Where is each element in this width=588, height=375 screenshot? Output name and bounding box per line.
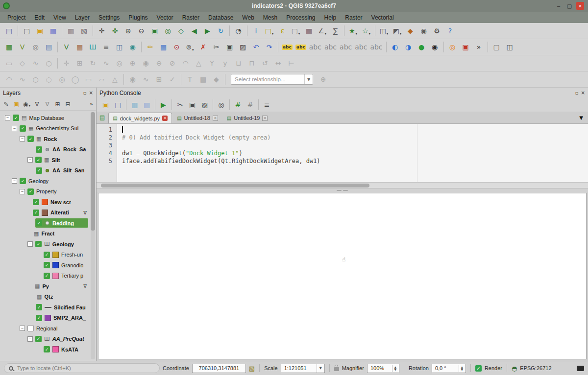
- temporal-controller-button[interactable]: ◔: [232, 25, 245, 37]
- visibility-checkbox[interactable]: ✓: [44, 262, 50, 268]
- visibility-checkbox[interactable]: ✓: [36, 220, 42, 226]
- show-map-tips-button[interactable]: ◉: [417, 25, 430, 37]
- add-point-feature-button[interactable]: ⊙: [171, 41, 183, 53]
- expander-icon[interactable]: −: [12, 178, 17, 184]
- overflow-chevron-icon[interactable]: »: [90, 101, 95, 107]
- expand-all-button[interactable]: ⊞: [52, 99, 63, 109]
- redo-button[interactable]: ↷: [263, 41, 275, 53]
- maximize-button[interactable]: ▢: [565, 2, 573, 10]
- visibility-checkbox[interactable]: ✓: [33, 210, 39, 216]
- new-spatialite-layer-button[interactable]: ◎: [29, 41, 42, 53]
- visibility-checkbox[interactable]: ✓: [35, 336, 42, 342]
- layer-row-ksata[interactable]: ✓KsATA: [0, 344, 96, 355]
- layer-row-aa-silt-san[interactable]: ✓AA_Silt_San: [0, 165, 96, 176]
- toggle-editing-button[interactable]: ✏: [144, 41, 156, 53]
- layer-row-geochemistry-sul[interactable]: −✓▦Geochemistry Sul: [0, 123, 96, 134]
- zoom-out-button[interactable]: ⊖: [135, 25, 147, 37]
- add-mesh-layer-button[interactable]: Ш: [87, 41, 99, 53]
- panel-splitter[interactable]: [97, 188, 588, 192]
- new-project-button[interactable]: ▢: [21, 25, 33, 37]
- minimize-button[interactable]: –: [555, 2, 563, 10]
- cut-button[interactable]: ✂: [174, 99, 186, 111]
- layer-row-alterati[interactable]: ✓Alterati∇: [0, 208, 96, 218]
- layer-row-silcified-fau[interactable]: ✓Silcified Fau: [0, 302, 96, 313]
- rotation-spinner[interactable]: 0,0 ° ▲▼: [432, 364, 466, 373]
- layer-row-aa-prequat[interactable]: −✓ШAA_PreQuat: [0, 334, 96, 345]
- visibility-checkbox[interactable]: ✓: [33, 199, 39, 205]
- processing-history-button[interactable]: ▢: [490, 41, 503, 53]
- expander-icon[interactable]: −: [27, 336, 33, 342]
- add-delimited-text-layer-button[interactable]: ≡: [100, 41, 112, 53]
- add-group-button[interactable]: ▣: [11, 99, 22, 109]
- menu-web[interactable]: Web: [238, 13, 258, 23]
- menu-mesh[interactable]: Mesh: [259, 13, 282, 23]
- add-raster-layer-button[interactable]: ▦: [74, 41, 86, 53]
- menu-vector[interactable]: Vector: [152, 13, 178, 23]
- layer-row-regional[interactable]: −Regional: [0, 323, 96, 334]
- layer-row-geology[interactable]: −✓ШGeology: [0, 239, 96, 250]
- measure-button[interactable]: ∠▾: [316, 25, 328, 37]
- visibility-checkbox[interactable]: ✓: [44, 346, 50, 352]
- menu-processing[interactable]: Processing: [282, 13, 319, 23]
- spinner-arrows-icon[interactable]: ▲▼: [392, 365, 398, 372]
- visibility-checkbox[interactable]: ✓: [13, 115, 19, 121]
- expander-icon[interactable]: −: [20, 326, 25, 331]
- layer-row-tertiary-p[interactable]: ✓Tertiary p: [0, 271, 96, 281]
- menu-edit[interactable]: Edit: [30, 13, 49, 23]
- magnifier-spinner[interactable]: 100% ▲▼: [367, 364, 399, 373]
- expander-icon[interactable]: −: [27, 241, 33, 247]
- zoom-full-button[interactable]: ▣: [148, 25, 161, 37]
- comment-code-button[interactable]: #: [232, 99, 244, 111]
- coordinate-input[interactable]: 706310,3147881: [192, 364, 246, 373]
- open-layer-styling-panel-button[interactable]: ✎: [1, 99, 11, 109]
- new-geopackage-layer-button[interactable]: ▦: [3, 41, 15, 53]
- code-editor[interactable]: 12345 # 0) Add tabified Dock Widget (emp…: [97, 124, 588, 182]
- new-virtual-layer-button[interactable]: ▤: [43, 41, 55, 53]
- layer-row-fresh-un[interactable]: ✓Fresh-un: [0, 250, 96, 260]
- relationship-select[interactable]: Select relationship... ▼: [231, 74, 313, 85]
- filter-legend-by-expression-button[interactable]: ∇: [42, 99, 52, 109]
- show-map-view-button[interactable]: ◫: [504, 41, 516, 53]
- editor-horizontal-scrollbar[interactable]: [97, 182, 588, 188]
- python-file-icon[interactable]: ▤: [99, 114, 105, 121]
- pin-unpin-labels-button[interactable]: abc: [308, 41, 322, 53]
- visibility-checkbox[interactable]: ✓: [27, 188, 34, 195]
- coordinate-extent-icon[interactable]: ▧: [249, 365, 255, 372]
- open-script-button[interactable]: ▣: [100, 99, 111, 111]
- zoom-last-button[interactable]: ◀: [188, 25, 200, 37]
- tab-list-dropdown-icon[interactable]: ▼: [579, 115, 586, 120]
- layer-row-map-database[interactable]: −✓▤Map Database: [0, 113, 96, 123]
- close-button[interactable]: ×: [576, 2, 584, 10]
- manage-map-themes-button[interactable]: ◉▾: [22, 99, 32, 109]
- select-features-button[interactable]: ▢▾: [263, 25, 275, 37]
- new-print-layout-button[interactable]: ▥: [65, 25, 77, 37]
- refresh-map-button[interactable]: ↻: [215, 25, 227, 37]
- layer-row-py[interactable]: ▦Py∇: [0, 281, 96, 292]
- close-panel-icon[interactable]: ×: [89, 91, 93, 95]
- zoom-in-button[interactable]: ⊕: [122, 25, 134, 37]
- new-3d-map-view-button[interactable]: ◩▾: [391, 25, 403, 37]
- find-text-button[interactable]: ◎: [216, 99, 227, 111]
- expander-icon[interactable]: −: [5, 115, 10, 120]
- select-by-expression-button[interactable]: ε: [276, 25, 289, 37]
- close-panel-icon[interactable]: ×: [581, 91, 585, 95]
- expander-icon[interactable]: −: [12, 126, 17, 131]
- layer-row-geology[interactable]: −✓Geology: [0, 176, 96, 187]
- show-layout-manager-button[interactable]: ▧: [78, 25, 90, 37]
- copy-button[interactable]: ▣: [187, 99, 198, 111]
- menu-raster[interactable]: Raster: [178, 13, 204, 23]
- paste-button[interactable]: ▨: [199, 99, 210, 111]
- lock-scale-icon[interactable]: [334, 367, 339, 371]
- float-panel-icon[interactable]: ▫: [575, 91, 579, 95]
- new-spatial-bookmark-button[interactable]: ★▾: [347, 25, 359, 37]
- map-canvas[interactable]: ☝: [98, 193, 587, 359]
- layer-row-property[interactable]: −✓Property: [0, 187, 96, 197]
- render-checkbox[interactable]: ✓: [475, 365, 482, 372]
- change-label-properties-button[interactable]: abc: [369, 41, 383, 53]
- menu-project[interactable]: Project: [3, 13, 30, 23]
- float-panel-icon[interactable]: ▫: [83, 91, 87, 95]
- undo-button[interactable]: ↶: [250, 41, 262, 53]
- expander-icon[interactable]: −: [27, 157, 33, 163]
- messages-icon[interactable]: [577, 366, 584, 371]
- layers-scrollbar[interactable]: [91, 112, 95, 359]
